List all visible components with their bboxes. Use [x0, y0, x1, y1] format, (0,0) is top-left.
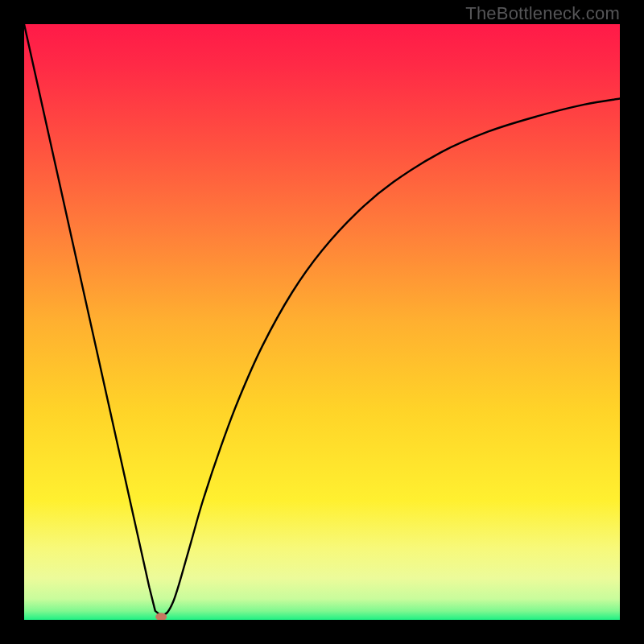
- chart-frame: TheBottleneck.com: [0, 0, 644, 644]
- chart-plot: [24, 24, 620, 620]
- chart-background: [24, 24, 620, 620]
- watermark-label: TheBottleneck.com: [465, 3, 620, 24]
